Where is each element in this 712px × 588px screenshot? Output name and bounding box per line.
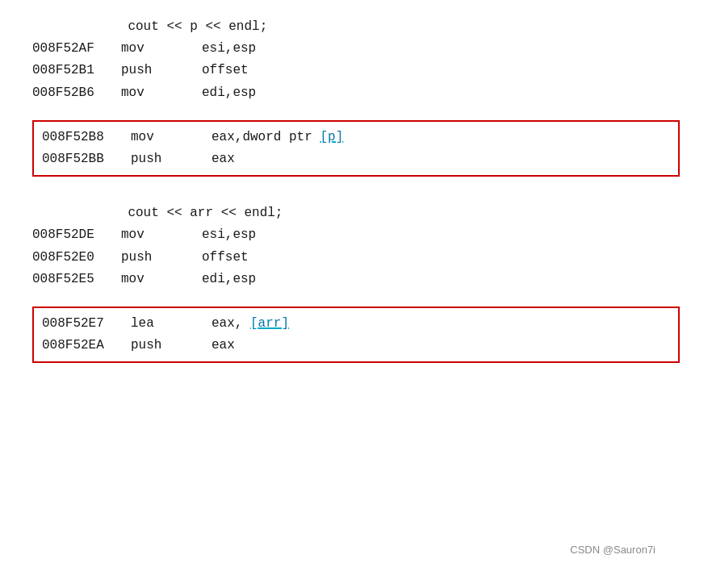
spacer-3 (32, 193, 680, 202)
boxed-operands-3: eax, [arr] (212, 313, 289, 335)
instruction-line-1: 008F52AF mov esi,esp (32, 38, 680, 60)
addr-2: 008F52B1 (32, 60, 121, 81)
comment-line-2: cout << arr << endl; (32, 202, 680, 224)
instruction-line-6: 008F52E5 mov edi,esp (32, 269, 680, 290)
addr-3: 008F52B6 (32, 82, 121, 104)
bracket-arr: [arr] (250, 316, 289, 331)
instruction-line-4: 008F52DE mov esi,esp (32, 224, 680, 246)
boxed-line-3: 008F52E7 lea eax, [arr] (42, 313, 670, 335)
boxed-operands-4: eax (212, 335, 235, 357)
comment-text-1: cout << p << endl; (97, 16, 267, 38)
instruction-line-3: 008F52B6 mov edi,esp (32, 82, 680, 104)
addr-4: 008F52DE (32, 224, 121, 246)
addr-6: 008F52E5 (32, 269, 121, 290)
boxed-line-1: 008F52B8 mov eax,dword ptr [p] (42, 127, 670, 148)
comment-text-2: cout << arr << endl; (97, 202, 283, 224)
boxed-addr-2: 008F52BB (42, 148, 131, 170)
red-box-1: 008F52B8 mov eax,dword ptr [p] 008F52BB … (32, 120, 680, 177)
mnemonic-1: mov (121, 38, 202, 60)
operands-4: esi,esp (202, 224, 256, 246)
boxed-addr-3: 008F52E7 (42, 313, 131, 335)
boxed-mnemonic-2: push (131, 148, 212, 170)
addr-5: 008F52E0 (32, 247, 121, 269)
operands-3: edi,esp (202, 82, 256, 104)
operands-1: esi,esp (202, 38, 256, 60)
watermark: CSDN @Sauron7i (570, 544, 655, 556)
boxed-mnemonic-4: push (131, 335, 212, 357)
boxed-operands-1: eax,dword ptr [p] (212, 127, 343, 148)
red-box-2: 008F52E7 lea eax, [arr] 008F52EA push ea… (32, 307, 680, 363)
spacer-2 (32, 183, 680, 193)
boxed-mnemonic-1: mov (131, 127, 212, 148)
boxed-addr-4: 008F52EA (42, 335, 131, 357)
operands-5: offset (202, 247, 249, 269)
page-wrapper: cout << p << endl; 008F52AF mov esi,esp … (32, 16, 680, 572)
boxed-line-4: 008F52EA push eax (42, 335, 670, 357)
instruction-line-5: 008F52E0 push offset (32, 247, 680, 269)
bracket-p: [p] (320, 130, 343, 144)
boxed-line-2: 008F52BB push eax (42, 148, 670, 170)
mnemonic-6: mov (121, 269, 202, 290)
code-block: cout << p << endl; 008F52AF mov esi,esp … (32, 16, 680, 369)
boxed-mnemonic-3: lea (131, 313, 212, 335)
addr-1: 008F52AF (32, 38, 121, 60)
instruction-line-2: 008F52B1 push offset (32, 60, 680, 81)
mnemonic-5: push (121, 247, 202, 269)
mnemonic-2: push (121, 60, 202, 81)
operands-2: offset (202, 60, 249, 81)
mnemonic-4: mov (121, 224, 202, 246)
operands-6: edi,esp (202, 269, 256, 290)
mnemonic-3: mov (121, 82, 202, 104)
spacer-4 (32, 290, 680, 300)
boxed-operands-2: eax (212, 148, 235, 170)
comment-line-1: cout << p << endl; (32, 16, 680, 38)
boxed-addr-1: 008F52B8 (42, 127, 131, 148)
spacer-1 (32, 104, 680, 114)
